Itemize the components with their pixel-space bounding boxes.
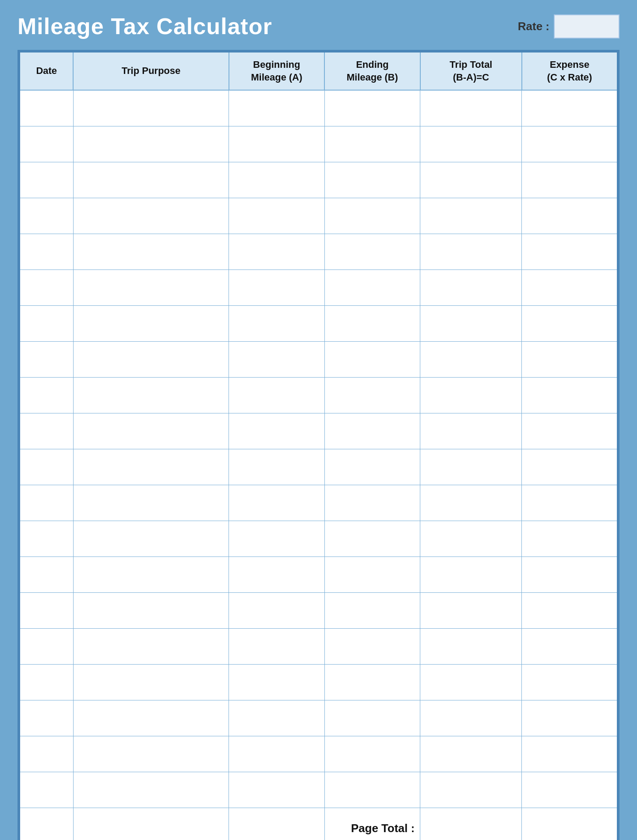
table-cell[interactable] bbox=[324, 305, 420, 341]
table-cell[interactable] bbox=[73, 664, 229, 700]
table-cell[interactable] bbox=[420, 521, 522, 556]
table-cell[interactable] bbox=[522, 592, 618, 628]
table-cell[interactable] bbox=[420, 664, 522, 700]
table-cell[interactable] bbox=[324, 234, 420, 270]
table-cell[interactable] bbox=[522, 162, 618, 198]
table-cell[interactable] bbox=[73, 198, 229, 234]
table-cell[interactable] bbox=[229, 736, 325, 772]
table-cell[interactable] bbox=[229, 521, 325, 556]
table-cell[interactable] bbox=[324, 198, 420, 234]
table-cell[interactable] bbox=[20, 126, 74, 162]
table-cell[interactable] bbox=[420, 305, 522, 341]
table-cell[interactable] bbox=[420, 736, 522, 772]
table-cell[interactable] bbox=[522, 628, 618, 664]
table-cell[interactable] bbox=[324, 556, 420, 592]
table-cell[interactable] bbox=[522, 772, 618, 808]
table-cell[interactable] bbox=[324, 628, 420, 664]
table-cell[interactable] bbox=[229, 305, 325, 341]
table-cell[interactable] bbox=[229, 413, 325, 449]
table-cell[interactable] bbox=[522, 485, 618, 521]
table-cell[interactable] bbox=[20, 664, 74, 700]
table-cell[interactable] bbox=[73, 556, 229, 592]
rate-input-box[interactable] bbox=[554, 14, 619, 38]
table-cell[interactable] bbox=[20, 700, 74, 736]
table-cell[interactable] bbox=[73, 521, 229, 556]
table-cell[interactable] bbox=[73, 485, 229, 521]
table-cell[interactable] bbox=[522, 198, 618, 234]
table-cell[interactable] bbox=[20, 521, 74, 556]
table-cell[interactable] bbox=[522, 234, 618, 270]
table-cell[interactable] bbox=[20, 341, 74, 377]
table-cell[interactable] bbox=[324, 592, 420, 628]
table-cell[interactable] bbox=[522, 449, 618, 485]
table-cell[interactable] bbox=[73, 377, 229, 413]
table-cell[interactable] bbox=[20, 413, 74, 449]
table-cell[interactable] bbox=[20, 377, 74, 413]
table-cell[interactable] bbox=[522, 305, 618, 341]
table-cell[interactable] bbox=[20, 162, 74, 198]
table-cell[interactable] bbox=[420, 485, 522, 521]
table-cell[interactable] bbox=[229, 198, 325, 234]
table-cell[interactable] bbox=[229, 270, 325, 305]
table-cell[interactable] bbox=[73, 592, 229, 628]
table-cell[interactable] bbox=[420, 270, 522, 305]
table-cell[interactable] bbox=[73, 736, 229, 772]
table-cell[interactable] bbox=[522, 521, 618, 556]
table-cell[interactable] bbox=[73, 162, 229, 198]
table-cell[interactable] bbox=[522, 736, 618, 772]
table-cell[interactable] bbox=[420, 772, 522, 808]
table-cell[interactable] bbox=[229, 556, 325, 592]
table-cell[interactable] bbox=[522, 700, 618, 736]
table-cell[interactable] bbox=[324, 521, 420, 556]
table-cell[interactable] bbox=[324, 449, 420, 485]
table-cell[interactable] bbox=[420, 413, 522, 449]
table-cell[interactable] bbox=[420, 126, 522, 162]
table-cell[interactable] bbox=[324, 341, 420, 377]
table-cell[interactable] bbox=[229, 162, 325, 198]
table-cell[interactable] bbox=[229, 772, 325, 808]
table-cell[interactable] bbox=[73, 341, 229, 377]
table-cell[interactable] bbox=[229, 700, 325, 736]
table-cell[interactable] bbox=[522, 126, 618, 162]
table-cell[interactable] bbox=[20, 736, 74, 772]
table-cell[interactable] bbox=[20, 485, 74, 521]
table-cell[interactable] bbox=[324, 485, 420, 521]
table-cell[interactable] bbox=[420, 700, 522, 736]
table-cell[interactable] bbox=[324, 736, 420, 772]
table-cell[interactable] bbox=[324, 270, 420, 305]
table-cell[interactable] bbox=[20, 628, 74, 664]
table-cell[interactable] bbox=[522, 341, 618, 377]
table-cell[interactable] bbox=[324, 377, 420, 413]
table-cell[interactable] bbox=[522, 377, 618, 413]
table-cell[interactable] bbox=[73, 628, 229, 664]
table-cell[interactable] bbox=[324, 126, 420, 162]
table-cell[interactable] bbox=[20, 90, 74, 126]
table-cell[interactable] bbox=[324, 413, 420, 449]
table-cell[interactable] bbox=[229, 628, 325, 664]
table-cell[interactable] bbox=[73, 700, 229, 736]
table-cell[interactable] bbox=[229, 126, 325, 162]
table-cell[interactable] bbox=[420, 556, 522, 592]
table-cell[interactable] bbox=[420, 449, 522, 485]
table-cell[interactable] bbox=[324, 162, 420, 198]
table-cell[interactable] bbox=[73, 270, 229, 305]
table-cell[interactable] bbox=[229, 485, 325, 521]
table-cell[interactable] bbox=[73, 449, 229, 485]
table-cell[interactable] bbox=[324, 664, 420, 700]
table-cell[interactable] bbox=[73, 305, 229, 341]
table-cell[interactable] bbox=[420, 198, 522, 234]
table-cell[interactable] bbox=[522, 90, 618, 126]
table-cell[interactable] bbox=[420, 234, 522, 270]
table-cell[interactable] bbox=[420, 162, 522, 198]
table-cell[interactable] bbox=[20, 270, 74, 305]
table-cell[interactable] bbox=[20, 449, 74, 485]
table-cell[interactable] bbox=[324, 700, 420, 736]
table-cell[interactable] bbox=[229, 592, 325, 628]
table-cell[interactable] bbox=[522, 270, 618, 305]
table-cell[interactable] bbox=[229, 377, 325, 413]
table-cell[interactable] bbox=[229, 90, 325, 126]
table-cell[interactable] bbox=[522, 556, 618, 592]
table-cell[interactable] bbox=[20, 198, 74, 234]
table-cell[interactable] bbox=[229, 341, 325, 377]
table-cell[interactable] bbox=[324, 90, 420, 126]
